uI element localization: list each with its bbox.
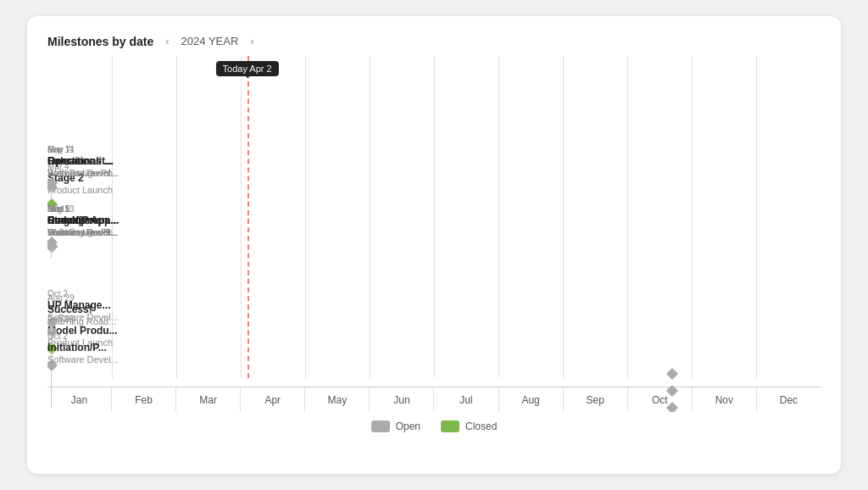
month-cell-apr: Apr <box>241 387 305 412</box>
prev-year-button[interactable]: ‹ <box>162 33 172 49</box>
milestone-name: Initiation/P... <box>47 342 119 354</box>
month-divider-sep <box>563 56 564 378</box>
open-label: Open <box>396 420 420 432</box>
month-cell-nov: Nov <box>693 387 757 412</box>
month-cell-jul: Jul <box>434 387 498 412</box>
milestone-project: Software Devel... <box>47 227 119 237</box>
legend-closed: Closed <box>441 420 497 432</box>
milestone-connector <box>51 248 52 259</box>
milestone-name: Operations ... <box>47 155 119 167</box>
milestone-date: Nov 13 <box>47 204 119 214</box>
today-line <box>248 56 249 378</box>
month-divider-jul <box>434 56 435 378</box>
milestone-card: Oct 2UP Manage...Software Devel... <box>47 289 119 322</box>
month-axis: JanFebMarAprMayJunJulAugSepOctNovDec <box>47 387 821 412</box>
milestone-name: Developmen... <box>47 214 119 226</box>
open-color-swatch <box>371 420 390 432</box>
today-label: Today Apr 2 <box>216 61 279 76</box>
month-divider-nov <box>692 56 693 378</box>
milestone-card: Nov 13Developmen...Software Devel... <box>47 204 119 237</box>
closed-color-swatch <box>441 420 459 432</box>
milestones-card: Milestones by date ‹ 2024 YEAR › JanFebM… <box>27 16 841 474</box>
month-divider-aug <box>498 56 499 378</box>
month-divider-dec <box>756 56 757 378</box>
month-cell-aug: Aug <box>499 387 564 412</box>
month-cell-mar: Mar <box>176 387 241 412</box>
month-divider-may <box>305 56 306 378</box>
milestone-project: Software Devel... <box>47 354 119 365</box>
month-cell-jun: Jun <box>370 387 434 412</box>
month-divider-mar <box>176 56 177 378</box>
month-cell-may: May <box>305 387 370 412</box>
month-divider-oct <box>627 56 628 378</box>
month-cell-sep: Sep <box>564 387 628 412</box>
extra-diamond-0 <box>666 368 678 380</box>
next-year-button[interactable]: › <box>247 33 257 49</box>
month-cell-dec: Dec <box>757 387 821 412</box>
header: Milestones by date ‹ 2024 YEAR › <box>47 33 821 49</box>
legend: Open Closed <box>47 420 821 432</box>
milestone-project: Software Devel... <box>47 168 119 178</box>
month-divider-jun <box>370 56 370 378</box>
milestone-date: Nov 14 <box>47 145 119 154</box>
milestone-date: Oct 2 <box>47 289 119 298</box>
month-cell-jan: Jan <box>47 387 112 412</box>
milestone-card: Oct 2Initiation/P...Software Devel... <box>47 331 119 365</box>
closed-label: Closed <box>465 420 497 432</box>
month-cell-oct: Oct <box>628 387 693 412</box>
month-cell-feb: Feb <box>112 387 176 412</box>
milestone-project: Software Devel... <box>47 312 119 322</box>
milestone-connector <box>51 189 52 199</box>
timeline-area: JanFebMarAprMayJunJulAugSepOctNovDec Tod… <box>47 56 821 412</box>
milestone-card: Nov 14Operations ...Software Devel... <box>47 145 119 178</box>
legend-open: Open <box>371 420 420 432</box>
milestone-connector <box>51 370 52 408</box>
page-title: Milestones by date <box>47 35 153 48</box>
year-label: 2024 YEAR <box>181 35 239 47</box>
milestone-date: Oct 2 <box>47 331 119 341</box>
milestone-name: UP Manage... <box>47 299 119 311</box>
month-divider-apr <box>241 56 242 378</box>
